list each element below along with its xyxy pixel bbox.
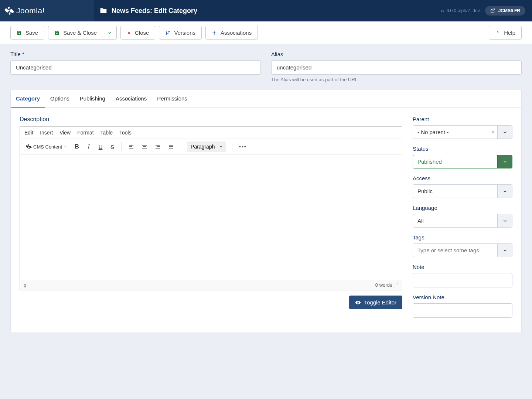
version-note-label: Version Note [413,294,512,300]
tab-options[interactable]: Options [45,90,75,108]
associations-icon [212,30,217,35]
menu-view[interactable]: View [59,130,71,136]
more-button[interactable]: ••• [236,141,250,152]
svg-point-1 [169,31,170,32]
tab-permissions[interactable]: Permissions [152,90,192,108]
branch-icon [165,30,170,35]
help-button[interactable]: Help [489,26,522,40]
align-center-button[interactable] [139,141,150,152]
save-icon [54,30,59,35]
menu-format[interactable]: Format [77,130,93,136]
page-title-area: News Feeds: Edit Category [94,7,440,15]
alias-help-text: The Alias will be used as part of the UR… [271,77,522,82]
versions-button[interactable]: Versions [159,26,202,40]
associations-button[interactable]: Associations [205,26,258,40]
chevron-down-icon[interactable] [497,185,512,198]
joomla-version-icon: ⋈ [440,8,444,13]
title-label: Title * [10,51,261,57]
eye-icon [355,300,361,306]
word-count: 0 words [375,282,392,288]
menu-edit[interactable]: Edit [24,130,33,136]
menu-tools[interactable]: Tools [119,130,132,136]
external-link-icon [490,8,495,13]
rich-text-editor: Edit Insert View Format Table Tools CMS … [20,126,402,290]
separator [181,142,181,151]
language-select[interactable]: All [413,214,512,228]
note-label: Note [413,264,512,270]
strikethrough-button[interactable]: S [107,141,117,152]
align-justify-button[interactable] [165,141,177,152]
joomla-logo-icon [4,6,14,16]
align-left-button[interactable] [125,141,137,152]
user-chip-label: JCMS6 FR [498,8,520,13]
save-close-button[interactable]: Save & Close [48,26,103,40]
element-path[interactable]: p [24,282,26,288]
logo-area[interactable]: Joomla! [0,0,94,21]
user-menu-chip[interactable]: JCMS6 FR [485,6,525,16]
chevron-down-icon[interactable] [497,214,512,227]
align-justify-icon [168,144,174,150]
version-text: 6.0.0-alpha1-dev [447,8,480,13]
chevron-down-icon[interactable] [497,126,512,139]
save-button[interactable]: Save [10,26,44,40]
separator [232,142,232,151]
folder-icon [100,7,107,14]
status-label: Status [413,146,512,152]
format-select[interactable]: Paragraph [187,141,226,152]
help-icon [495,30,500,35]
close-button[interactable]: Close [120,26,155,40]
bold-button[interactable]: B [72,141,82,152]
chevron-down-icon [108,31,112,35]
tab-associations[interactable]: Associations [110,90,152,108]
parent-select[interactable]: - No parent - × [413,125,512,139]
chevron-down-icon[interactable] [497,155,512,168]
top-bar: Joomla! News Feeds: Edit Category ⋈ 6.0.… [0,0,532,21]
editor-canvas[interactable] [20,155,402,280]
svg-point-3 [214,32,215,33]
tab-category[interactable]: Category [11,90,45,108]
chevron-down-icon [64,145,67,149]
clear-icon[interactable]: × [488,126,497,139]
joomla-icon [26,144,32,150]
separator [121,142,122,151]
menu-table[interactable]: Table [100,130,113,136]
language-label: Language [413,205,512,211]
editor-statusbar: p 0 words ⋰ [20,280,402,290]
align-right-button[interactable] [152,141,164,152]
tab-publishing[interactable]: Publishing [75,90,110,108]
status-select[interactable]: Published [413,155,512,168]
svg-point-2 [166,34,167,34]
tab-bar: Category Options Publishing Associations… [11,90,521,108]
align-center-icon [141,144,147,150]
page-title: News Feeds: Edit Category [112,7,197,15]
save-close-group: Save & Close [48,26,117,40]
access-label: Access [413,175,512,181]
close-icon [127,31,131,35]
alias-label: Alias [271,51,522,57]
save-icon [17,30,22,35]
main-panel: Category Options Publishing Associations… [10,90,522,333]
tags-select[interactable]: Type or select some tags [413,243,512,257]
align-right-icon [155,144,161,150]
title-input[interactable] [10,60,261,75]
editor-menubar: Edit Insert View Format Table Tools [20,127,402,139]
alias-input[interactable] [271,60,522,75]
tags-label: Tags [413,234,512,241]
underline-button[interactable]: U [95,141,106,152]
toggle-editor-button[interactable]: Toggle Editor [349,296,402,309]
note-input[interactable] [413,273,512,287]
parent-label: Parent [413,116,512,122]
svg-point-0 [166,31,167,32]
access-select[interactable]: Public [413,184,512,198]
editor-toolbar: CMS Content B I U S [20,139,402,155]
cms-content-button[interactable]: CMS Content [23,141,70,152]
save-close-dropdown[interactable] [103,26,117,40]
resize-handle[interactable]: ⋰ [393,282,398,288]
description-label: Description [20,116,402,123]
chevron-down-icon[interactable] [497,244,512,257]
italic-button[interactable]: I [83,141,94,152]
menu-insert[interactable]: Insert [40,130,53,136]
action-toolbar: Save Save & Close Close Versions Associa… [0,21,532,44]
brand-text: Joomla! [16,6,45,15]
version-note-input[interactable] [413,303,512,318]
